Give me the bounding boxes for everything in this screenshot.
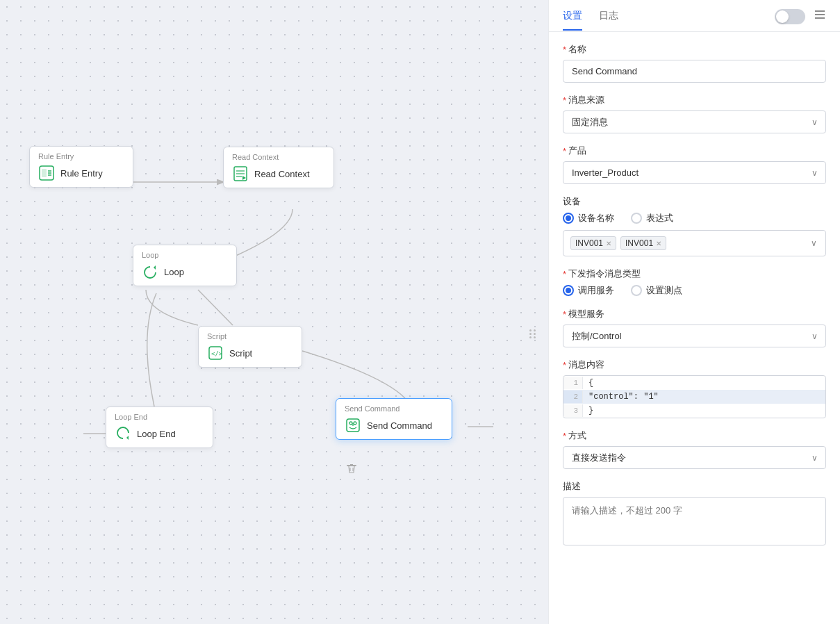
panel-header: 设置 日志 — [549, 0, 840, 32]
right-panel: 设置 日志 * 名称 — [548, 0, 840, 624]
node-read-context-label: Read Context — [254, 169, 310, 179]
node-send-command-label: Send Command — [367, 420, 432, 431]
enable-toggle[interactable] — [775, 9, 805, 24]
model-service-label: * 模型服务 — [563, 308, 826, 320]
command-type-label: * 下发指令消息类型 — [563, 268, 826, 280]
device-tag-0[interactable]: INV001 ✕ — [570, 236, 616, 250]
device-radio-group: 设备名称 表达式 — [563, 212, 826, 224]
node-loop-end-label: Loop End — [137, 429, 176, 439]
node-rule-entry-title: Rule Entry — [38, 152, 124, 161]
svg-point-16 — [349, 422, 352, 425]
svg-rect-19 — [347, 465, 356, 466]
code-line-3: 3 } — [563, 404, 825, 418]
command-type-radio-call[interactable]: 调用服务 — [563, 284, 614, 297]
description-textarea[interactable] — [563, 497, 826, 545]
form-group-device: 设备 设备名称 表达式 INV001 ✕ INV001 — [563, 195, 826, 256]
send-command-icon — [345, 417, 361, 434]
method-select[interactable]: 直接发送指令 — [563, 446, 826, 469]
node-rule-entry-label: Rule Entry — [60, 168, 103, 179]
node-read-context-title: Read Context — [232, 153, 325, 161]
panel-tabs: 设置 日志 — [563, 10, 618, 31]
model-service-select-wrapper: 控制/Control — [563, 325, 826, 347]
device-label: 设备 — [563, 195, 826, 208]
tab-logs[interactable]: 日志 — [599, 10, 618, 31]
device-radio-expr-circle — [631, 213, 642, 224]
message-content-label: * 消息内容 — [563, 359, 826, 371]
node-loop-end-title: Loop End — [115, 413, 204, 421]
message-source-select-wrapper: 固定消息 — [563, 110, 826, 133]
device-tags-wrapper[interactable]: INV001 ✕ INV001 ✕ — [563, 230, 826, 256]
product-label: * 产品 — [563, 145, 826, 157]
message-content-editor[interactable]: 1 { 2 "control": "1" 3 } — [563, 375, 826, 418]
flow-canvas[interactable]: Rule Entry Rule Entry Read Context — [0, 0, 548, 624]
name-input[interactable] — [563, 60, 826, 83]
svg-rect-5 — [42, 169, 47, 177]
name-label: * 名称 — [563, 43, 826, 56]
form-group-message-source: * 消息来源 固定消息 — [563, 94, 826, 133]
command-type-radio-call-label: 调用服务 — [578, 284, 614, 297]
svg-point-17 — [354, 422, 356, 425]
delete-node-button[interactable] — [342, 459, 361, 478]
canvas-connectors — [0, 0, 548, 624]
node-send-command-title: Send Command — [345, 404, 443, 413]
method-label: * 方式 — [563, 429, 826, 442]
node-loop-title: Loop — [142, 251, 228, 259]
device-radio-name-label: 设备名称 — [578, 212, 614, 224]
node-read-context[interactable]: Read Context Read Context — [223, 147, 334, 188]
message-source-select[interactable]: 固定消息 — [563, 110, 826, 133]
method-select-wrapper: 直接发送指令 — [563, 446, 826, 469]
form-group-method: * 方式 直接发送指令 — [563, 429, 826, 469]
form-group-description: 描述 — [563, 480, 826, 548]
node-loop-end[interactable]: Loop End Loop End — [106, 407, 213, 448]
device-radio-expr-label: 表达式 — [646, 212, 673, 224]
command-type-radio-set-label: 设置测点 — [646, 284, 682, 297]
device-radio-name-circle — [563, 213, 574, 224]
device-radio-name[interactable]: 设备名称 — [563, 212, 614, 224]
form-group-message-content: * 消息内容 1 { 2 "control": "1" 3 } — [563, 359, 826, 418]
panel-content: * 名称 * 消息来源 固定消息 * 产品 — [549, 32, 840, 624]
command-type-radio-call-circle — [563, 285, 574, 296]
node-send-command[interactable]: Send Command Send Command — [336, 398, 452, 440]
form-group-model-service: * 模型服务 控制/Control — [563, 308, 826, 347]
node-script-label: Script — [229, 348, 252, 359]
device-tag-0-close[interactable]: ✕ — [606, 240, 611, 247]
description-label: 描述 — [563, 480, 826, 493]
command-type-radio-set-circle — [631, 285, 642, 296]
form-group-product: * 产品 Inverter_Product — [563, 145, 826, 184]
device-tag-1-close[interactable]: ✕ — [656, 240, 661, 247]
node-script-title: Script — [207, 332, 293, 340]
script-icon: </> — [207, 345, 224, 361]
svg-text:</>: </> — [211, 350, 223, 357]
loop-end-icon — [115, 425, 131, 442]
product-select[interactable]: Inverter_Product — [563, 161, 826, 184]
drag-handle[interactable] — [529, 329, 536, 338]
svg-line-1 — [198, 290, 233, 325]
more-menu-icon[interactable] — [814, 8, 826, 24]
node-loop[interactable]: Loop Loop — [133, 245, 237, 286]
form-group-name: * 名称 — [563, 43, 826, 83]
code-line-1: 1 { — [563, 376, 825, 390]
code-line-2: 2 "control": "1" — [563, 390, 825, 404]
node-script[interactable]: Script </> Script — [198, 326, 302, 368]
node-rule-entry[interactable]: Rule Entry Rule Entry — [29, 146, 133, 188]
tab-settings[interactable]: 设置 — [563, 10, 582, 31]
read-context-icon — [232, 165, 249, 182]
device-radio-expr[interactable]: 表达式 — [631, 212, 673, 224]
panel-header-actions — [775, 8, 826, 31]
form-group-command-type: * 下发指令消息类型 调用服务 设置测点 — [563, 268, 826, 297]
command-type-radio-group: 调用服务 设置测点 — [563, 284, 826, 297]
loop-icon — [142, 263, 158, 280]
product-select-wrapper: Inverter_Product — [563, 161, 826, 184]
node-loop-label: Loop — [164, 267, 184, 277]
device-tag-1[interactable]: INV001 ✕ — [620, 236, 666, 250]
message-source-label: * 消息来源 — [563, 94, 826, 106]
entry-icon — [38, 165, 55, 181]
command-type-radio-set[interactable]: 设置测点 — [631, 284, 682, 297]
model-service-select[interactable]: 控制/Control — [563, 325, 826, 347]
